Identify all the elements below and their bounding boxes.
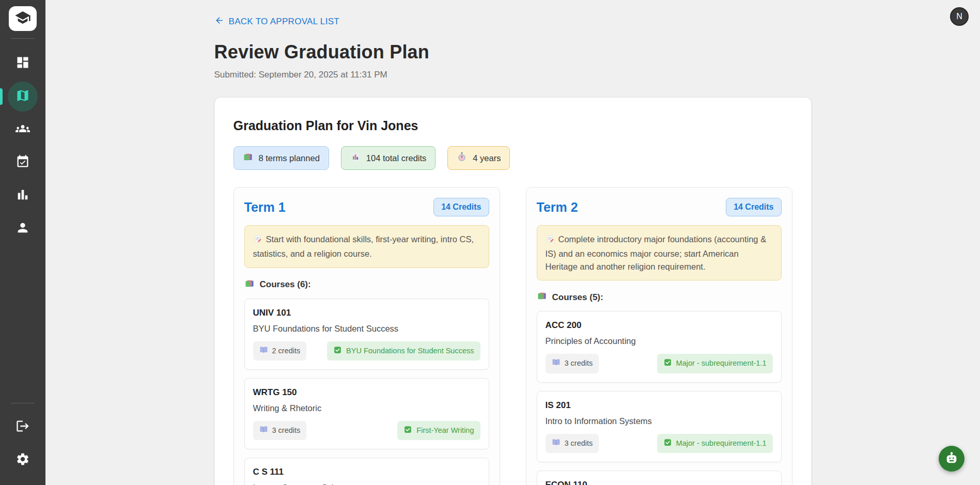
- course-code: IS 201: [546, 400, 773, 411]
- term-title: Term 1: [244, 200, 286, 215]
- plan-summary-badges: 8 terms planned 104 total credits 4 year…: [234, 146, 792, 170]
- course-name: Intro to Computer Science: [253, 483, 480, 485]
- memo-icon: [253, 234, 262, 247]
- credits-chip: 2 credits: [253, 341, 307, 361]
- requirement-chip: BYU Foundations for Student Success: [327, 341, 480, 361]
- courses-label: Courses (5):: [537, 291, 782, 304]
- sidebar-item-approvals[interactable]: [8, 148, 38, 178]
- sidebar-item-students[interactable]: [8, 115, 38, 145]
- terms-grid: Term 1 14 Credits Start with foundationa…: [234, 187, 792, 485]
- books-icon: [243, 152, 253, 164]
- people-icon: [15, 121, 30, 138]
- check-box-icon: [403, 425, 412, 436]
- course-name: Intro to Information Systems: [546, 416, 773, 426]
- term-card-2: Term 2 14 Credits Complete introductory …: [526, 187, 792, 485]
- check-box-icon: [663, 358, 672, 369]
- graduation-plan-card: Graduation Plan for Vin Jones 8 terms pl…: [214, 97, 812, 485]
- back-arrow-icon: [214, 15, 224, 28]
- course-name: Principles of Accounting: [546, 336, 773, 346]
- term-note-text: Start with foundational skills, first-ye…: [253, 234, 474, 258]
- term-card-1: Term 1 14 Credits Start with foundationa…: [234, 187, 500, 485]
- main-content: BACK TO APPROVAL LIST Review Graduation …: [45, 0, 980, 485]
- sidebar-item-logout[interactable]: [8, 412, 38, 442]
- open-book-icon: [259, 425, 268, 436]
- graduation-cap-icon: [14, 9, 31, 28]
- term-note: Start with foundational skills, first-ye…: [244, 225, 489, 268]
- course-card: ACC 200 Principles of Accounting 3 credi…: [537, 311, 782, 382]
- dashboard-icon: [15, 55, 30, 72]
- check-box-icon: [663, 438, 672, 449]
- course-card: ECON 110: [537, 471, 782, 485]
- plan-heading: Graduation Plan for Vin Jones: [234, 118, 792, 133]
- submitted-timestamp: Submitted: September 20, 2025 at 11:31 P…: [214, 70, 812, 80]
- term-credits-badge: 14 Credits: [726, 198, 781, 216]
- course-code: ACC 200: [546, 320, 773, 331]
- sidebar-item-graduation-plans[interactable]: [8, 82, 38, 112]
- books-icon: [244, 278, 255, 291]
- years-badge: 4 years: [447, 146, 510, 170]
- stopwatch-icon: [457, 152, 467, 164]
- back-to-approval-list-link[interactable]: BACK TO APPROVAL LIST: [214, 15, 339, 28]
- robot-chat-icon: [944, 451, 959, 467]
- user-avatar[interactable]: N: [950, 7, 969, 26]
- books-icon: [537, 291, 547, 304]
- term-note: Complete introductory major foundations …: [537, 225, 782, 280]
- check-box-icon: [333, 346, 342, 356]
- course-card: UNIV 101 BYU Foundations for Student Suc…: [244, 299, 489, 370]
- app-logo[interactable]: [9, 6, 37, 31]
- sidebar-divider-bottom: [11, 403, 35, 403]
- calendar-check-icon: [15, 154, 30, 171]
- chatbot-fab-button[interactable]: [939, 446, 965, 472]
- requirement-chip: Major - subrequirement-1.1: [657, 434, 773, 453]
- open-book-icon: [552, 438, 561, 449]
- requirement-chip: Major - subrequirement-1.1: [657, 354, 773, 373]
- term-title: Term 2: [537, 200, 578, 215]
- credits-chip: 3 credits: [253, 421, 307, 440]
- courses-label: Courses (6):: [244, 278, 489, 291]
- course-card: C S 111 Intro to Computer Science: [244, 458, 489, 485]
- total-credits-badge: 104 total credits: [341, 146, 435, 170]
- credits-chip: 3 credits: [546, 434, 599, 453]
- memo-icon: [546, 234, 555, 247]
- credits-chip: 3 credits: [546, 354, 599, 373]
- gear-icon: [15, 452, 30, 468]
- bar-chart-icon: [15, 187, 30, 204]
- term-credits-badge: 14 Credits: [433, 198, 489, 216]
- open-book-icon: [552, 358, 561, 369]
- course-code: UNIV 101: [253, 308, 480, 318]
- map-icon: [15, 88, 30, 105]
- back-link-label: BACK TO APPROVAL LIST: [229, 17, 339, 27]
- course-name: Writing & Rhetoric: [253, 403, 480, 413]
- open-book-icon: [259, 346, 268, 356]
- sidebar-item-settings[interactable]: [8, 445, 38, 475]
- terms-planned-badge: 8 terms planned: [234, 146, 329, 170]
- sidebar-item-profile[interactable]: [8, 214, 38, 244]
- course-code: WRTG 150: [253, 387, 480, 398]
- course-code: ECON 110: [546, 480, 773, 485]
- chart-icon: [350, 152, 361, 164]
- term-note-text: Complete introductory major foundations …: [546, 234, 767, 271]
- course-code: C S 111: [253, 467, 480, 477]
- sidebar-item-reports[interactable]: [8, 181, 38, 211]
- sidebar-divider-top: [11, 38, 35, 39]
- sidebar-item-dashboard[interactable]: [8, 49, 38, 79]
- course-name: BYU Foundations for Student Success: [253, 324, 480, 334]
- page-title: Review Graduation Plan: [214, 41, 812, 63]
- course-card: WRTG 150 Writing & Rhetoric 3 credits: [244, 378, 489, 449]
- logout-icon: [15, 419, 30, 435]
- course-card: IS 201 Intro to Information Systems 3 cr…: [537, 391, 782, 462]
- requirement-chip: First-Year Writing: [397, 421, 480, 440]
- sidebar: [0, 0, 45, 485]
- person-icon: [15, 221, 30, 237]
